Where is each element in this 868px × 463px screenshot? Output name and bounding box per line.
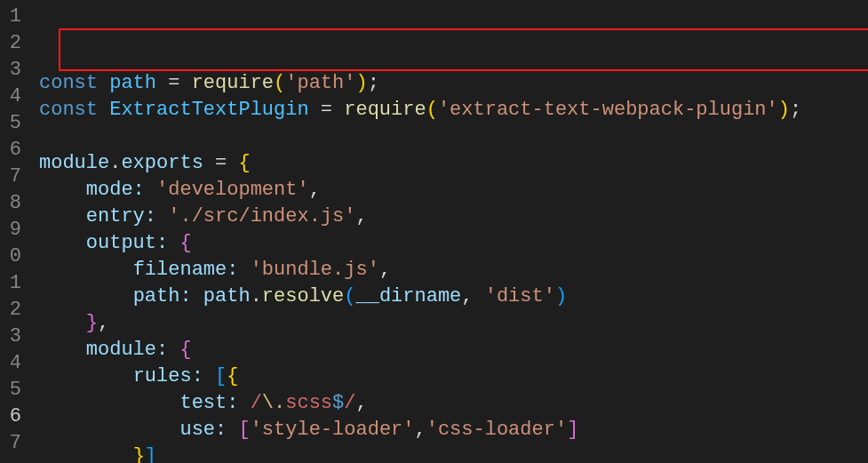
code-line[interactable]: filename: 'bundle.js', <box>39 257 868 283</box>
code-token: \. <box>262 392 285 414</box>
code-line[interactable]: mode: 'development', <box>39 177 868 204</box>
code-token: = <box>156 72 192 94</box>
code-token: ] <box>145 445 156 463</box>
code-token: ) <box>778 99 790 121</box>
code-token: require <box>344 99 426 121</box>
code-token: path <box>203 285 251 307</box>
code-token: 'style-loader' <box>251 419 415 441</box>
code-token: { <box>238 152 250 174</box>
code-token: 'bundle.js' <box>251 259 379 281</box>
line-number: 2 <box>0 30 27 57</box>
line-number: 4 <box>0 350 27 377</box>
code-token: path: <box>133 285 192 307</box>
code-token: , <box>355 392 367 414</box>
line-number: 5 <box>0 110 27 137</box>
code-token: ( <box>274 72 285 94</box>
code-token: = <box>309 99 345 121</box>
code-token: module: <box>86 339 168 361</box>
code-token <box>168 232 179 254</box>
line-number: 3 <box>0 323 27 350</box>
code-token: mode: <box>86 179 145 201</box>
code-line[interactable]: }] <box>39 443 868 463</box>
code-token: test: <box>179 392 238 414</box>
code-token: , <box>461 285 484 307</box>
code-token: , <box>379 259 391 281</box>
line-number: 8 <box>0 190 27 217</box>
code-token: './src/index.js' <box>168 205 355 228</box>
code-token: 'css-loader' <box>426 419 567 441</box>
code-token: { <box>227 365 238 387</box>
code-token: / <box>344 392 355 414</box>
line-number: 0 <box>0 243 27 270</box>
code-token: module <box>39 152 109 174</box>
highlight-rectangle <box>59 28 868 71</box>
code-line[interactable]: output: { <box>39 230 868 257</box>
code-line[interactable]: test: /\.scss$/, <box>39 390 868 417</box>
code-token: $ <box>332 392 344 414</box>
code-token: __dirname <box>355 285 461 307</box>
code-token <box>192 285 203 307</box>
line-number: 7 <box>0 430 27 457</box>
code-token: ) <box>555 285 567 307</box>
code-token: require <box>192 72 274 94</box>
line-number: 1 <box>0 270 27 297</box>
code-token: { <box>179 232 191 254</box>
code-token: scss <box>285 392 332 414</box>
code-token: = <box>203 152 239 174</box>
code-token: , <box>355 205 367 228</box>
code-token: } <box>86 312 98 334</box>
code-line[interactable]: rules: [{ <box>39 363 868 390</box>
line-number-gutter: 12345678901234567 <box>0 0 27 463</box>
code-token: ( <box>426 99 438 121</box>
code-token <box>168 339 179 361</box>
code-editor[interactable]: 12345678901234567 const path = require('… <box>0 0 868 463</box>
code-token: path <box>109 72 156 94</box>
line-number: 6 <box>0 403 27 430</box>
code-token <box>145 179 156 201</box>
code-token: ) <box>355 72 367 94</box>
line-number: 5 <box>0 377 27 403</box>
code-token: const <box>39 72 109 94</box>
code-line[interactable]: }, <box>39 310 868 337</box>
code-token <box>156 205 168 228</box>
code-line[interactable]: module.exports = { <box>39 150 868 177</box>
code-token: filename: <box>133 259 239 281</box>
line-number: 4 <box>0 84 27 110</box>
code-token: 'development' <box>156 179 309 201</box>
code-token: [ <box>238 419 250 441</box>
code-token: ( <box>344 285 355 307</box>
code-token: ] <box>567 419 578 441</box>
code-token: , <box>309 179 321 201</box>
line-number: 9 <box>0 217 27 243</box>
code-token <box>238 392 250 414</box>
code-line[interactable]: use: ['style-loader','css-loader'] <box>39 417 868 443</box>
code-token: [ <box>215 365 227 387</box>
code-token: , <box>415 419 426 441</box>
code-token <box>227 419 238 441</box>
code-token: { <box>179 339 191 361</box>
line-number: 1 <box>0 4 27 30</box>
code-token: output: <box>86 232 168 254</box>
code-line[interactable]: const path = require('path'); <box>39 70 868 97</box>
code-token: ExtractTextPlugin <box>109 99 308 121</box>
code-token: entry: <box>86 205 156 228</box>
code-line[interactable]: const ExtractTextPlugin = require('extra… <box>39 97 868 124</box>
line-number: 7 <box>0 164 27 190</box>
line-number: 3 <box>0 57 27 84</box>
code-token <box>238 259 250 281</box>
code-line[interactable] <box>39 124 868 150</box>
line-number: 6 <box>0 137 27 164</box>
code-token <box>203 365 215 387</box>
code-line[interactable]: path: path.resolve(__dirname, 'dist') <box>39 283 868 310</box>
code-line[interactable]: entry: './src/index.js', <box>39 204 868 230</box>
code-token: const <box>39 99 109 121</box>
code-area[interactable]: const path = require('path');const Extra… <box>27 0 868 463</box>
code-token: 'path' <box>285 72 355 94</box>
code-token: . <box>251 285 262 307</box>
code-token: use: <box>179 419 227 441</box>
code-token: . <box>109 152 121 174</box>
code-token: resolve <box>262 285 344 307</box>
code-token: ; <box>790 99 801 121</box>
code-line[interactable]: module: { <box>39 337 868 363</box>
code-token: / <box>251 392 262 414</box>
